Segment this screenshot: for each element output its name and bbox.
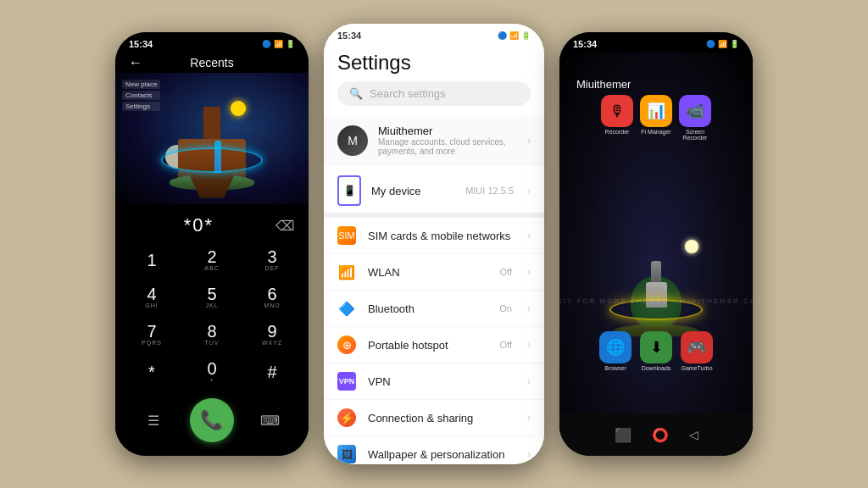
dialer-section: *0* ⌫ 1 2 ABC 3 DEF [115, 204, 309, 456]
gameturbo-icon: 🎮 [681, 331, 713, 363]
wallpaper-chevron-icon: › [527, 448, 531, 460]
fi-manager-label: Fi Manager [641, 129, 670, 135]
connection-icon: ⚡ [337, 408, 356, 427]
settings-item-wlan[interactable]: 📶 WLAN Off › [324, 254, 544, 291]
glow-ring [161, 147, 263, 173]
right-phone-content: 15:34 🔵 📶 🔋 Miuithemer 🎙 R [559, 32, 753, 456]
backspace-button[interactable]: ⌫ [275, 218, 295, 234]
wlan-item-content: WLAN [368, 266, 488, 279]
left-phone-content: 15:34 🔵 📶 🔋 ← Recents New place Contacts… [115, 32, 309, 456]
vpn-item-title: VPN [368, 375, 512, 388]
dial-key-6[interactable]: 6 MNO [242, 279, 302, 315]
bluetooth-icon: 🔷 [337, 299, 356, 318]
dial-key-9[interactable]: 9 WXYZ [242, 316, 302, 352]
dial-key-4[interactable]: 4 GHI [122, 279, 181, 315]
watermark: VISIT FOR MORE THEMES - MIUITHEMER.COM [559, 297, 753, 305]
downloads-label: Downloads [642, 365, 671, 371]
conn-chevron-icon: › [527, 412, 531, 424]
home-brand-label: Miuithemer [576, 78, 631, 91]
wlan-value: Off [500, 267, 512, 277]
app-fi-manager[interactable]: 📊 Fi Manager [640, 95, 672, 141]
hotspot-chevron-icon: › [527, 339, 531, 351]
app-downloads[interactable]: ⬇ Downloads [640, 331, 672, 371]
hotspot-item-title: Portable hotspot [368, 339, 488, 352]
settings-list: M Miuithemer Manage accounts, cloud serv… [324, 116, 544, 464]
fi-manager-icon: 📊 [640, 95, 672, 127]
wlan-icon: 📶 [337, 263, 356, 281]
search-bar[interactable]: 🔍 Search settings [337, 81, 531, 106]
dial-grid: 1 2 ABC 3 DEF 4 GHI [115, 241, 309, 390]
dial-display: *0* ⌫ [115, 204, 309, 241]
menu-button[interactable]: ☰ [140, 407, 167, 434]
sim-chevron-icon: › [527, 230, 531, 241]
app-recorder[interactable]: 🎙 Recorder [601, 95, 633, 141]
dial-number: *0* [129, 214, 269, 236]
dial-key-7[interactable]: 7 PQRS [122, 316, 181, 352]
vpn-item-content: VPN [368, 375, 512, 388]
wallpaper-item-content: Wallpaper & personalization [368, 448, 512, 461]
dial-key-1[interactable]: 1 [122, 241, 181, 278]
home-moon [685, 240, 698, 253]
dialpad-button[interactable]: ⌨ [257, 407, 284, 434]
center-phone: 15:34 🔵 📶 🔋 Settings 🔍 Search settings [324, 24, 544, 464]
left-phone: 15:34 🔵 📶 🔋 ← Recents New place Contacts… [115, 32, 309, 456]
right-status-bar: 15:34 🔵 📶 🔋 [559, 32, 753, 53]
gameturbo-label: GameTurbo [681, 365, 712, 371]
conn-item-title: Connection & sharing [368, 412, 512, 424]
app-browser[interactable]: 🌐 Browser [599, 331, 632, 371]
settings-item-connection[interactable]: ⚡ Connection & sharing › [324, 400, 544, 436]
app-gameturbo[interactable]: 🎮 GameTurbo [681, 331, 713, 371]
wlan-item-title: WLAN [368, 266, 488, 279]
wlan-chevron-icon: › [527, 266, 531, 278]
left-status-time: 15:34 [129, 39, 153, 49]
vpn-chevron-icon: › [527, 375, 531, 387]
downloads-icon: ⬇ [640, 331, 672, 363]
dial-key-3[interactable]: 3 DEF [242, 241, 302, 278]
browser-icon: 🌐 [599, 331, 632, 363]
account-name: Miuithemer [378, 125, 514, 137]
dial-key-5[interactable]: 5 JKL [182, 279, 242, 315]
dial-key-0[interactable]: 0 + [182, 353, 242, 390]
device-info: My device [371, 185, 455, 197]
search-icon: 🔍 [349, 87, 363, 100]
left-status-icons: 🔵 📶 🔋 [262, 40, 295, 48]
left-status-bar: 15:34 🔵 📶 🔋 [115, 32, 309, 53]
recorder-label: Recorder [605, 129, 630, 135]
account-description: Manage accounts, cloud services, payment… [378, 137, 514, 156]
settings-item-bluetooth[interactable]: 🔷 Bluetooth On › [324, 291, 544, 327]
home-apps-bottom-row: 🌐 Browser ⬇ Downloads 🎮 G [599, 331, 713, 371]
home-island [593, 236, 720, 337]
right-phone: 15:34 🔵 📶 🔋 Miuithemer 🎙 R [559, 32, 753, 456]
dock-home-icon[interactable]: ⭕ [652, 427, 669, 443]
call-button[interactable]: 📞 [190, 398, 234, 442]
center-phone-content: 15:34 🔵 📶 🔋 Settings 🔍 Search settings [324, 24, 544, 464]
settings-title: Settings [324, 44, 544, 81]
app-screen-recorder[interactable]: 📹 Screen Recorder [679, 95, 711, 141]
dialer-actions: ☰ 📞 ⌨ [115, 390, 309, 451]
home-apps-top-row: 🎙 Recorder 📊 Fi Manager 📹 [601, 95, 711, 141]
dock-back-icon[interactable]: ◁ [689, 428, 698, 441]
dial-key-2[interactable]: 2 ABC [182, 241, 242, 278]
settings-item-wallpaper[interactable]: 🖼 Wallpaper & personalization › [324, 436, 544, 464]
floating-island [153, 88, 271, 190]
account-item[interactable]: M Miuithemer Manage accounts, cloud serv… [324, 116, 544, 165]
settings-item-sim[interactable]: SIM SIM cards & mobile networks › [324, 218, 544, 254]
recents-title: Recents [190, 56, 233, 69]
dial-key-8[interactable]: 8 TUV [182, 316, 242, 352]
device-version: MIUI 12.5.5 [465, 186, 514, 196]
settings-item-vpn[interactable]: VPN VPN › [324, 363, 544, 400]
device-icon: 📱 [337, 175, 361, 206]
device-item[interactable]: 📱 My device MIUI 12.5.5 › [324, 169, 544, 218]
bt-item-content: Bluetooth [368, 302, 487, 315]
bt-value: On [499, 303, 512, 313]
center-status-time: 15:34 [337, 30, 361, 41]
home-dock: ⬛ ⭕ ◁ [559, 413, 753, 456]
right-status-time: 15:34 [573, 39, 597, 49]
settings-item-hotspot[interactable]: ⊕ Portable hotspot Off › [324, 327, 544, 363]
hotspot-value: Off [500, 340, 512, 350]
dial-key-star[interactable]: * [122, 353, 181, 390]
back-button[interactable]: ← [129, 55, 142, 70]
dial-key-hash[interactable]: # [242, 353, 302, 390]
right-status-icons: 🔵 📶 🔋 [706, 40, 739, 48]
recents-wallpaper: New place Contacts Settings [115, 73, 309, 204]
